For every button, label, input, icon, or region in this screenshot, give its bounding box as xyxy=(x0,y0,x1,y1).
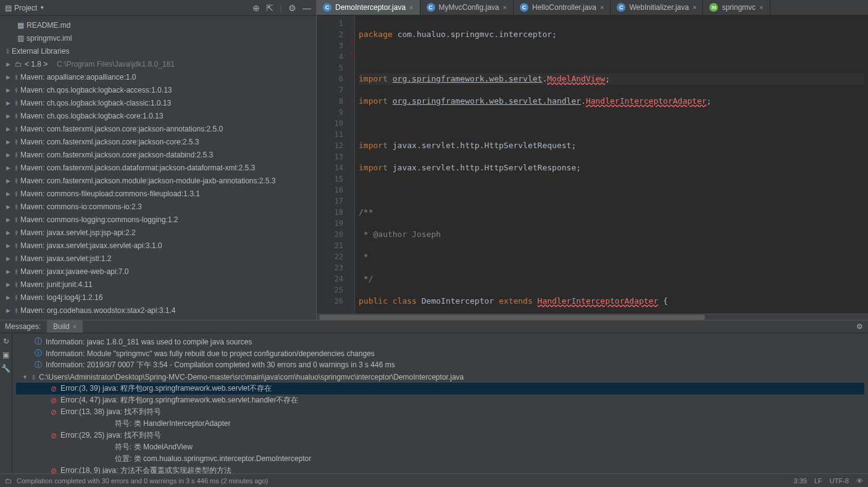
class-icon: C xyxy=(323,3,332,12)
hide-icon[interactable]: — xyxy=(303,3,311,13)
message-row[interactable]: 位置: 类 com.hualuo.springmvc.interceptor.D… xyxy=(16,453,864,465)
jdk-entry[interactable]: ▶🗀< 1.8 > C:\Program Files\Java\jdk1.8.0… xyxy=(0,57,316,70)
wrench-icon[interactable]: 🔧 xyxy=(1,364,10,373)
library-entry[interactable]: ▶⫵Maven: org.hamcrest:hamcrest-core:1.3 xyxy=(0,317,316,320)
message-row[interactable]: 符号: 类 HandlerInterceptorAdapter xyxy=(16,418,864,430)
message-row[interactable]: ⊘Error:(3, 39) java: 程序包org.springframew… xyxy=(16,383,864,394)
library-entry[interactable]: ▶⫵Maven: ch.qos.logback:logback-access:1… xyxy=(0,83,316,96)
library-entry[interactable]: ▶⫵Maven: javax.servlet:jstl:1.2 xyxy=(0,252,316,265)
line-number[interactable]: 18 xyxy=(320,207,343,218)
line-number[interactable]: 17 xyxy=(320,196,343,207)
line-number[interactable]: 2 xyxy=(320,29,343,40)
line-number[interactable]: 11 xyxy=(320,129,343,140)
maven-icon: m xyxy=(709,3,718,12)
library-entry[interactable]: ▶⫵Maven: commons-logging:commons-logging… xyxy=(0,213,316,226)
library-icon: ⫵ xyxy=(15,177,18,185)
library-entry[interactable]: ▶⫵Maven: aopalliance:aopalliance:1.0 xyxy=(0,70,316,83)
message-row[interactable]: ▼⫴C:\Users\Administrator\Desktop\Spring-… xyxy=(16,371,864,383)
library-entry[interactable]: ▶⫵Maven: com.fasterxml.jackson.module:ja… xyxy=(0,174,316,187)
scroll-thumb[interactable] xyxy=(319,315,705,320)
line-number[interactable]: 5 xyxy=(320,62,343,73)
library-entry[interactable]: ▶⫵Maven: com.fasterxml.jackson.core:jack… xyxy=(0,122,316,135)
editor-tab[interactable]: CMyMvcConfig.java× xyxy=(420,0,514,15)
collapse-icon[interactable]: ⇱ xyxy=(266,3,273,13)
line-number[interactable]: 7 xyxy=(320,85,343,96)
close-icon[interactable]: × xyxy=(600,4,604,11)
line-number[interactable]: 4 xyxy=(320,51,343,62)
message-row[interactable]: 符号: 类 ModelAndView xyxy=(16,441,864,453)
line-number[interactable]: 26 xyxy=(320,296,343,307)
library-icon: ⫵ xyxy=(15,215,18,224)
line-number[interactable]: 9 xyxy=(320,107,343,118)
code-area[interactable]: package com.hualuo.springmvc.interceptor… xyxy=(355,15,868,314)
line-number[interactable]: 6 xyxy=(320,73,343,85)
message-row[interactable]: ⓘInformation: 2019/3/7 0007 下午 3:54 - Co… xyxy=(16,359,864,371)
line-number[interactable]: 8 xyxy=(320,96,343,107)
arrow-icon: ▶ xyxy=(6,126,12,132)
stop-icon[interactable]: ▣ xyxy=(2,351,9,359)
library-entry[interactable]: ▶⫵Maven: commons-fileupload:commons-file… xyxy=(0,187,316,200)
line-number[interactable]: 23 xyxy=(320,262,343,273)
cursor-position[interactable]: 3:39 xyxy=(794,477,807,485)
library-icon: ⫵ xyxy=(15,151,18,159)
message-row[interactable]: ⓘInformation: javac 1.8.0_181 was used t… xyxy=(16,336,864,348)
message-row[interactable]: ⊘Error:(29, 25) java: 找不到符号 xyxy=(16,430,864,441)
line-number[interactable]: 20 xyxy=(320,229,343,240)
line-number[interactable]: 13 xyxy=(320,151,343,162)
library-entry[interactable]: ▶⫵Maven: com.fasterxml.jackson.core:jack… xyxy=(0,148,316,161)
close-icon[interactable]: × xyxy=(693,4,696,11)
message-row[interactable]: ⓘInformation: Module "springmvc" was ful… xyxy=(16,348,864,359)
line-number[interactable]: 19 xyxy=(320,218,343,229)
line-number[interactable]: 22 xyxy=(320,251,343,262)
editor-tab[interactable]: CHelloController.java× xyxy=(514,0,611,15)
library-entry[interactable]: ▶⫵Maven: javax.servlet:javax.servlet-api… xyxy=(0,239,316,252)
message-row[interactable]: ⊘Error:(13, 38) java: 找不到符号 xyxy=(16,406,864,418)
target-icon[interactable]: ⊕ xyxy=(252,3,260,13)
line-number[interactable]: 21 xyxy=(320,240,343,251)
line-number[interactable]: 24 xyxy=(320,273,343,285)
library-entry[interactable]: ▶⫵Maven: javax:javaee-web-api:7.0 xyxy=(0,265,316,278)
line-number[interactable]: 1 xyxy=(320,18,343,29)
tree-file[interactable]: ▥springmvc.iml xyxy=(0,31,316,44)
line-number[interactable]: 10 xyxy=(320,118,343,129)
close-icon[interactable]: × xyxy=(503,4,507,11)
library-entry[interactable]: ▶⫵Maven: ch.qos.logback:logback-core:1.0… xyxy=(0,109,316,122)
editor-tab[interactable]: CWebInitializer.java× xyxy=(611,0,703,15)
library-entry[interactable]: ▶⫵Maven: org.codehaus.woodstox:stax2-api… xyxy=(0,304,316,317)
library-entry[interactable]: ▶⫵Maven: log4j:log4j:1.2.16 xyxy=(0,291,316,304)
editor-tab[interactable]: CDemoInterceptor.java× xyxy=(317,0,420,15)
line-separator[interactable]: LF xyxy=(814,477,822,485)
line-number[interactable]: 16 xyxy=(320,185,343,196)
rerun-icon[interactable]: ↻ xyxy=(3,337,9,346)
build-tab[interactable]: Build× xyxy=(47,320,83,333)
close-icon[interactable]: × xyxy=(73,323,77,330)
tree-file[interactable]: ▦README.md xyxy=(0,19,316,31)
horizontal-scrollbar[interactable] xyxy=(317,314,868,320)
editor-tab[interactable]: mspringmvc× xyxy=(703,0,770,15)
inspector-icon[interactable]: 👁 xyxy=(856,477,863,485)
library-entry[interactable]: ▶⫵Maven: ch.qos.logback:logback-classic:… xyxy=(0,96,316,109)
gear-icon[interactable]: ⚙ xyxy=(288,3,296,13)
editor-body[interactable]: 1234567891011121314151617181920212223242… xyxy=(317,15,868,314)
line-number[interactable]: 15 xyxy=(320,173,343,185)
library-icon: ⫵ xyxy=(15,86,18,94)
encoding[interactable]: UTF-8 xyxy=(830,477,849,485)
close-icon[interactable]: × xyxy=(759,4,763,11)
external-libraries[interactable]: ⫴External Libraries xyxy=(0,44,316,57)
line-number[interactable]: 14 xyxy=(320,162,343,173)
library-entry[interactable]: ▶⫵Maven: javax.servlet.jsp:jsp-api:2.2 xyxy=(0,226,316,239)
lock-icon[interactable]: 🗀 xyxy=(5,477,12,485)
project-title[interactable]: ▤ Project ▼ xyxy=(5,4,252,12)
library-entry[interactable]: ▶⫵Maven: junit:junit:4.11 xyxy=(0,278,316,291)
close-icon[interactable]: × xyxy=(409,4,413,11)
line-number[interactable]: 12 xyxy=(320,140,343,151)
library-entry[interactable]: ▶⫵Maven: commons-io:commons-io:2.3 xyxy=(0,200,316,213)
message-row[interactable]: ⊘Error:(4, 47) java: 程序包org.springframew… xyxy=(16,394,864,406)
line-number[interactable]: 25 xyxy=(320,285,343,296)
line-number[interactable]: 3 xyxy=(320,40,343,51)
project-tree[interactable]: ▦README.md ▥springmvc.iml ⫴External Libr… xyxy=(0,16,316,320)
library-entry[interactable]: ▶⫵Maven: com.fasterxml.jackson.core:jack… xyxy=(0,135,316,148)
gear-icon[interactable]: ⚙ xyxy=(856,322,863,331)
messages-tree[interactable]: ⓘInformation: javac 1.8.0_181 was used t… xyxy=(12,333,868,479)
library-entry[interactable]: ▶⫵Maven: com.fasterxml.jackson.dataforma… xyxy=(0,161,316,174)
